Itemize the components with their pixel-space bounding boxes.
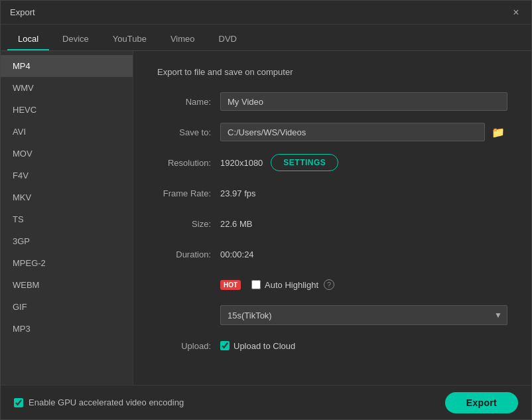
bottom-bar: Enable GPU accelerated video encoding Ex… bbox=[1, 385, 531, 419]
sidebar-item-hevc[interactable]: HEVC bbox=[1, 99, 133, 121]
settings-button[interactable]: SETTINGS bbox=[271, 154, 338, 171]
save-to-input[interactable] bbox=[220, 123, 485, 141]
auto-highlight-text: Auto Highlight bbox=[265, 280, 318, 290]
sidebar-item-gif[interactable]: GIF bbox=[1, 296, 133, 318]
main-panel: Export to file and save on computer Name… bbox=[133, 51, 531, 385]
tab-bar: Local Device YouTube Vimeo DVD bbox=[1, 25, 531, 51]
upload-label: Upload: bbox=[157, 341, 220, 351]
size-label: Size: bbox=[157, 219, 220, 229]
gpu-label-text: Enable GPU accelerated video encoding bbox=[29, 397, 184, 407]
gpu-checkbox[interactable] bbox=[14, 398, 23, 407]
sidebar-item-mp4[interactable]: MP4 bbox=[1, 55, 133, 77]
close-button[interactable]: × bbox=[510, 7, 522, 19]
upload-row: Upload: Upload to Cloud bbox=[157, 336, 507, 356]
sidebar-item-mp3[interactable]: MP3 bbox=[1, 318, 133, 340]
duration-value: 00:00:24 bbox=[220, 249, 254, 259]
resolution-value: 1920x1080 bbox=[220, 158, 263, 168]
export-dialog: Export × Local Device YouTube Vimeo DVD … bbox=[0, 0, 532, 420]
duration-label: Duration: bbox=[157, 249, 220, 259]
gpu-checkbox-label[interactable]: Enable GPU accelerated video encoding bbox=[14, 397, 184, 407]
highlight-dropdown[interactable]: 15s(TikTok) 30s 60s Custom bbox=[220, 305, 507, 325]
sidebar-item-f4v[interactable]: F4V bbox=[1, 165, 133, 186]
tab-local[interactable]: Local bbox=[7, 28, 49, 50]
folder-icon: 📁 bbox=[492, 126, 505, 139]
name-row: Name: bbox=[157, 92, 507, 111]
sidebar-item-wmv[interactable]: WMV bbox=[1, 77, 133, 99]
name-input[interactable] bbox=[220, 92, 507, 111]
duration-row: Duration: 00:00:24 bbox=[157, 244, 507, 264]
auto-highlight-checkbox[interactable] bbox=[251, 280, 261, 289]
tab-youtube[interactable]: YouTube bbox=[102, 28, 157, 50]
frame-rate-row: Frame Rate: 23.97 fps bbox=[157, 183, 507, 203]
sidebar-item-webm[interactable]: WEBM bbox=[1, 274, 133, 296]
export-button[interactable]: Export bbox=[445, 392, 518, 413]
size-value: 22.6 MB bbox=[220, 219, 252, 229]
auto-highlight-control: HOT Auto Highlight ? bbox=[220, 279, 507, 290]
save-to-row: Save to: 📁 bbox=[157, 122, 507, 142]
size-control: 22.6 MB bbox=[220, 219, 507, 229]
frame-rate-control: 23.97 fps bbox=[220, 188, 507, 198]
highlight-dropdown-row: 15s(TikTok) 30s 60s Custom ▼ bbox=[157, 305, 507, 325]
save-to-control: 📁 bbox=[220, 123, 507, 141]
upload-to-cloud-text: Upload to Cloud bbox=[233, 341, 295, 351]
name-control bbox=[220, 92, 507, 111]
frame-rate-label: Frame Rate: bbox=[157, 188, 220, 198]
upload-to-cloud-label[interactable]: Upload to Cloud bbox=[220, 341, 295, 351]
frame-rate-value: 23.97 fps bbox=[220, 188, 256, 198]
tab-vimeo[interactable]: Vimeo bbox=[160, 28, 206, 50]
highlight-dropdown-control: 15s(TikTok) 30s 60s Custom ▼ bbox=[220, 305, 507, 325]
sidebar-item-mov[interactable]: MOV bbox=[1, 143, 133, 165]
help-icon[interactable]: ? bbox=[324, 279, 334, 290]
size-row: Size: 22.6 MB bbox=[157, 214, 507, 234]
auto-highlight-row: HOT Auto Highlight ? bbox=[157, 275, 507, 295]
sidebar-item-ts[interactable]: TS bbox=[1, 208, 133, 230]
folder-browse-button[interactable]: 📁 bbox=[489, 123, 507, 141]
sidebar-item-mkv[interactable]: MKV bbox=[1, 186, 133, 208]
format-sidebar: MP4 WMV HEVC AVI MOV F4V MKV TS 3GP MPEG… bbox=[1, 51, 133, 385]
hot-badge: HOT bbox=[220, 280, 241, 290]
resolution-row: Resolution: 1920x1080 SETTINGS bbox=[157, 153, 507, 173]
auto-highlight-checkbox-label[interactable]: Auto Highlight bbox=[251, 280, 318, 290]
dialog-title: Export bbox=[10, 7, 35, 17]
export-description: Export to file and save on computer bbox=[157, 67, 507, 77]
sidebar-item-avi[interactable]: AVI bbox=[1, 121, 133, 143]
tab-dvd[interactable]: DVD bbox=[208, 28, 247, 50]
tab-device[interactable]: Device bbox=[52, 28, 100, 50]
sidebar-item-mpeg2[interactable]: MPEG-2 bbox=[1, 252, 133, 274]
save-to-label: Save to: bbox=[157, 127, 220, 137]
resolution-label: Resolution: bbox=[157, 158, 220, 168]
upload-to-cloud-checkbox[interactable] bbox=[220, 341, 230, 350]
upload-control: Upload to Cloud bbox=[220, 341, 507, 351]
name-label: Name: bbox=[157, 97, 220, 107]
title-bar: Export × bbox=[1, 1, 531, 25]
duration-control: 00:00:24 bbox=[220, 249, 507, 259]
sidebar-item-3gp[interactable]: 3GP bbox=[1, 230, 133, 252]
content-area: MP4 WMV HEVC AVI MOV F4V MKV TS 3GP MPEG… bbox=[1, 51, 531, 385]
resolution-control: 1920x1080 SETTINGS bbox=[220, 154, 507, 171]
